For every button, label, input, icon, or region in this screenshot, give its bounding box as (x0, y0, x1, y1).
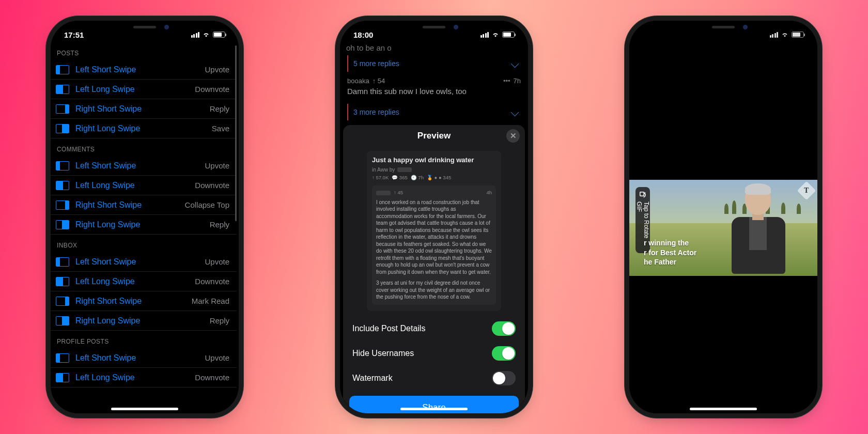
setting-value: Upvote (205, 161, 229, 170)
swipe-direction-icon (56, 200, 69, 210)
cellular-icon (191, 32, 200, 38)
battery-icon (792, 32, 804, 38)
status-time: 17:51 (64, 30, 84, 39)
home-indicator[interactable] (111, 408, 178, 410)
setting-value: Mark Read (192, 297, 229, 305)
setting-value: Reply (210, 316, 229, 325)
swipe-setting-row[interactable]: Left Short SwipeUpvote (51, 348, 237, 368)
swipe-setting-row[interactable]: Left Short SwipeUpvote (51, 60, 237, 80)
setting-label: Right Long Swipe (75, 220, 210, 229)
section-header: PROFILE POSTS (51, 331, 237, 348)
more-replies-2[interactable]: 3 more replies (347, 104, 521, 120)
phone-gif: Tap to Rotate GIF T r winning the r for … (629, 21, 817, 413)
toggle-row: Include Post Details (343, 316, 525, 341)
home-indicator[interactable] (690, 408, 757, 410)
gif-caption: r winning the r for Best Actor he Father (644, 238, 696, 267)
setting-label: Left Long Swipe (75, 373, 195, 382)
chevron-down-icon (511, 59, 519, 68)
setting-label: Right Short Swipe (75, 297, 192, 306)
phone-preview: 18:00 ◀ Search oh to be an o 5 more repl… (340, 21, 528, 413)
wifi-icon (491, 32, 500, 38)
more-icon[interactable]: ••• (503, 77, 510, 85)
cellular-icon (481, 32, 489, 38)
notch (101, 21, 189, 35)
setting-value: Downvote (195, 373, 229, 382)
settings-list[interactable]: POSTSLeft Short SwipeUpvoteLeft Long Swi… (51, 42, 239, 413)
swipe-setting-row[interactable]: Right Long SwipeSave (51, 119, 237, 138)
swipe-setting-row[interactable]: Left Long SwipeDownvote (51, 176, 237, 195)
swipe-setting-row[interactable]: Left Short SwipeUpvote (51, 252, 237, 272)
swipe-setting-row[interactable]: Right Short SwipeMark Read (51, 291, 237, 311)
setting-label: Left Long Swipe (75, 181, 195, 190)
swipe-setting-row[interactable]: Right Short SwipeCollapse Top (51, 195, 237, 215)
preview-comment-p1: I once worked on a road construction job… (376, 199, 492, 276)
toggle-switch[interactable] (492, 346, 516, 361)
swipe-direction-icon (56, 297, 69, 306)
swipe-direction-icon (56, 181, 69, 190)
scrollbar-thumb[interactable] (235, 45, 237, 221)
setting-value: Save (212, 124, 229, 133)
setting-value: Upvote (205, 257, 229, 266)
setting-label: Right Long Swipe (75, 316, 210, 326)
post-subreddit: in Aww by (372, 167, 395, 173)
post-stats: ↑ 57.0K 💬 365 🕘 7h 🏅 ● ● 345 (372, 173, 496, 180)
close-button[interactable]: ✕ (506, 129, 520, 143)
comment-age: 7h (514, 77, 521, 85)
toggle-label: Watermark (352, 374, 393, 383)
swipe-setting-row[interactable]: Right Long SwipeReply (51, 311, 237, 331)
person-figure (722, 185, 795, 273)
setting-value: Downvote (195, 277, 229, 286)
toggle-switch[interactable] (492, 371, 516, 385)
setting-value: Collapse Top (185, 200, 229, 209)
section-header: POSTS (51, 42, 237, 60)
setting-label: Left Long Swipe (75, 85, 195, 94)
svg-rect-0 (640, 192, 644, 196)
preview-card: Just a happy owl drinking water in Aww b… (367, 151, 501, 311)
home-indicator[interactable] (400, 408, 468, 410)
notch (390, 21, 478, 35)
cellular-icon (770, 32, 779, 38)
phone-settings: 17:51 POSTSLeft Short SwipeUpvoteLeft Lo… (51, 21, 239, 413)
swipe-setting-row[interactable]: Right Long SwipeReply (51, 215, 237, 235)
swipe-direction-icon (56, 65, 69, 74)
toggle-label: Hide Usernames (352, 349, 414, 358)
setting-value: Upvote (205, 353, 229, 362)
swipe-setting-row[interactable]: Right Short SwipeReply (51, 99, 237, 119)
preview-comment-age: 4h (486, 190, 492, 196)
setting-label: Left Short Swipe (75, 257, 205, 267)
gif-viewer[interactable]: Tap to Rotate GIF T r winning the r for … (629, 180, 817, 276)
comment-body: Damn this sub now I love owls, too (347, 85, 521, 100)
swipe-direction-icon (56, 220, 69, 229)
setting-value: Upvote (205, 65, 229, 74)
swipe-setting-row[interactable]: Left Long SwipeDownvote (51, 368, 237, 388)
hidden-username (376, 191, 391, 195)
more-replies-1[interactable]: 5 more replies (347, 55, 521, 72)
share-button[interactable]: Share (349, 396, 519, 413)
post-title: Just a happy owl drinking water (372, 156, 496, 164)
swipe-setting-row[interactable]: Left Long SwipeDownvote (51, 80, 237, 99)
swipe-direction-icon (56, 316, 69, 326)
setting-label: Right Short Swipe (75, 104, 210, 114)
setting-label: Left Long Swipe (75, 277, 195, 286)
setting-label: Right Long Swipe (75, 124, 212, 133)
section-header: INBOX (51, 235, 237, 252)
comment[interactable]: booaka ↑ 54 ••• 7h Damn this sub now I l… (346, 75, 522, 101)
swipe-setting-row[interactable]: Left Short SwipeUpvote (51, 156, 237, 176)
setting-value: Reply (210, 104, 229, 113)
preview-comment-score: ↑ 45 (394, 190, 403, 196)
preview-comment-p2: 3 years at uni for my civil degree did n… (376, 280, 492, 301)
battery-icon (502, 32, 515, 38)
thread-title-partial: oh to be an o (346, 42, 522, 52)
swipe-setting-row[interactable]: Left Long SwipeDownvote (51, 272, 237, 291)
toggle-row: Watermark (343, 366, 525, 391)
swipe-direction-icon (56, 257, 69, 267)
toggle-row: Hide Usernames (343, 341, 525, 366)
setting-label: Left Short Swipe (75, 161, 205, 171)
swipe-direction-icon (56, 124, 69, 133)
toggle-switch[interactable] (492, 321, 516, 336)
swipe-direction-icon (56, 104, 69, 114)
setting-label: Right Short Swipe (75, 200, 185, 210)
swipe-direction-icon (56, 85, 69, 94)
status-time: 18:00 (353, 30, 373, 39)
toggle-label: Include Post Details (352, 324, 425, 333)
